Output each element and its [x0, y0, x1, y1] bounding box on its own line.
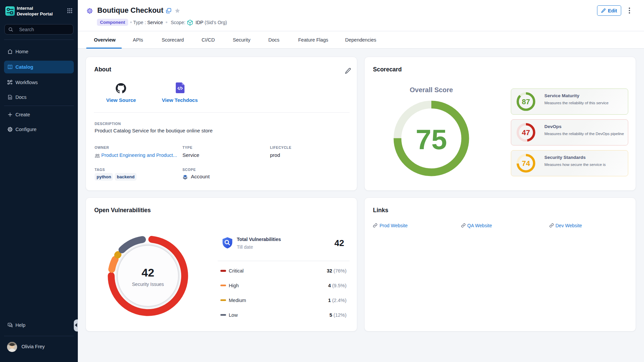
- svg-text:87: 87: [522, 98, 530, 106]
- svg-text:74: 74: [522, 159, 530, 168]
- svg-text:?: ?: [9, 323, 10, 326]
- svg-text:47: 47: [522, 128, 530, 137]
